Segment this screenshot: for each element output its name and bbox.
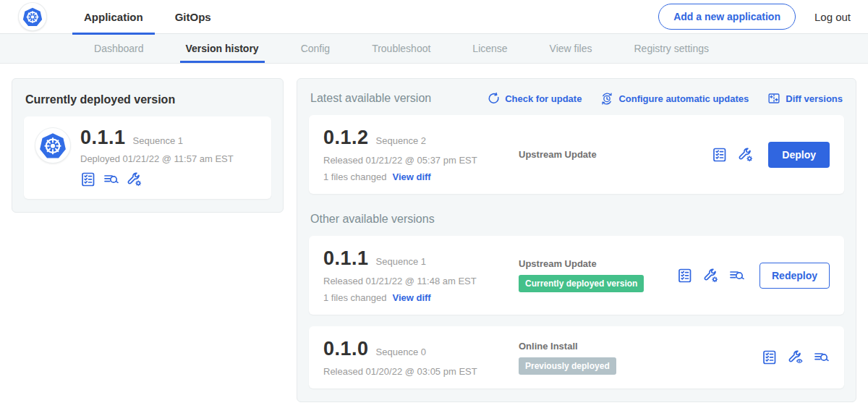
subnav-tab-registry-settings[interactable]: Registry settings [634,34,709,63]
deployed-timestamp: Deployed 01/21/22 @ 11:57 am EST [80,153,234,164]
sequence-label: Sequence 2 [376,135,426,146]
configure-automatic-updates-link[interactable]: Configure automatic updates [600,92,749,105]
version-history-panel: Latest available version Check for updat… [297,78,856,402]
refresh-icon [487,92,500,105]
top-header: Application GitOps Add a new application… [0,0,868,34]
deploy-logs-icon[interactable] [814,349,830,365]
version-source-label: Upstream Update [519,258,677,269]
add-new-application-button[interactable]: Add a new application [658,4,796,30]
config-wrench-eye-icon[interactable] [788,349,804,365]
subnav-tab-view-files[interactable]: View files [550,34,592,63]
version-card-0-1-2: 0.1.2 Sequence 2 Released 01/21/22 @ 05:… [309,115,844,194]
version-card-0-1-0: 0.1.0 Sequence 0 Released 01/20/22 @ 03:… [309,326,844,388]
diff-versions-link[interactable]: Diff versions [767,92,843,105]
release-notes-icon[interactable] [80,171,96,187]
subnav-tab-version-history[interactable]: Version history [186,34,259,63]
tab-application[interactable]: Application [68,0,159,34]
released-timestamp: Released 01/21/22 @ 11:48 am EST [323,276,506,286]
config-wrench-gear-icon[interactable] [127,171,142,187]
logout-button[interactable]: Log out [814,11,851,23]
tab-application-label: Application [84,11,143,23]
currently-deployed-panel: Currently deployed version 0.1.1 Sequenc… [12,78,284,213]
check-for-update-link[interactable]: Check for update [487,92,582,105]
automatic-updates-clock-icon [600,92,613,105]
kubernetes-logo-icon [39,132,67,159]
sequence-label: Sequence 1 [376,256,426,267]
version-number: 0.1.1 [323,247,369,270]
kubernetes-logo-icon [22,7,43,27]
files-changed-label: 1 files changed [323,292,386,303]
version-card-0-1-1: 0.1.1 Sequence 1 Released 01/21/22 @ 11:… [309,236,844,315]
deployed-version-card: 0.1.1 Sequence 1 Deployed 01/21/22 @ 11:… [24,116,271,199]
subnav-tab-troubleshoot[interactable]: Troubleshoot [372,34,430,63]
other-available-title: Other available versions [310,213,843,226]
redeploy-button[interactable]: Redeploy [760,263,830,289]
files-changed-label: 1 files changed [323,171,386,182]
version-source-label: Online Install [519,341,762,352]
release-notes-icon[interactable] [677,268,693,284]
app-subnav: Dashboard Version history Config Trouble… [0,34,868,64]
subnav-tab-dashboard[interactable]: Dashboard [94,34,144,63]
deployed-sequence-label: Sequence 1 [133,135,183,146]
tab-gitops-label: GitOps [175,11,211,23]
release-notes-icon[interactable] [762,349,778,365]
latest-available-title: Latest available version [310,92,431,105]
config-wrench-gear-icon[interactable] [703,268,719,284]
app-icon-badge [35,128,70,163]
released-timestamp: Released 01/21/22 @ 05:37 pm EST [323,155,506,166]
subnav-tab-license[interactable]: License [472,34,507,63]
sequence-label: Sequence 0 [376,347,426,357]
released-timestamp: Released 01/20/22 @ 03:05 pm EST [323,366,506,377]
version-number: 0.1.2 [323,127,369,149]
tab-gitops[interactable]: GitOps [159,0,227,34]
currently-deployed-title: Currently deployed version [25,93,271,106]
deploy-logs-icon[interactable] [103,171,119,187]
version-source-label: Upstream Update [519,149,712,160]
view-diff-link[interactable]: View diff [392,292,430,303]
diff-versions-icon [767,92,780,105]
previously-deployed-badge: Previously deployed [519,357,616,375]
currently-deployed-badge: Currently deployed version [519,275,644,292]
view-diff-link[interactable]: View diff [392,171,430,182]
config-wrench-gear-icon[interactable] [738,147,754,163]
deploy-button[interactable]: Deploy [768,142,830,168]
app-logo [19,3,46,30]
deployed-version-number: 0.1.1 [80,127,126,149]
deploy-logs-icon[interactable] [729,268,745,284]
version-number: 0.1.0 [323,338,369,360]
release-notes-icon[interactable] [712,147,728,163]
subnav-tab-config[interactable]: Config [301,34,330,63]
